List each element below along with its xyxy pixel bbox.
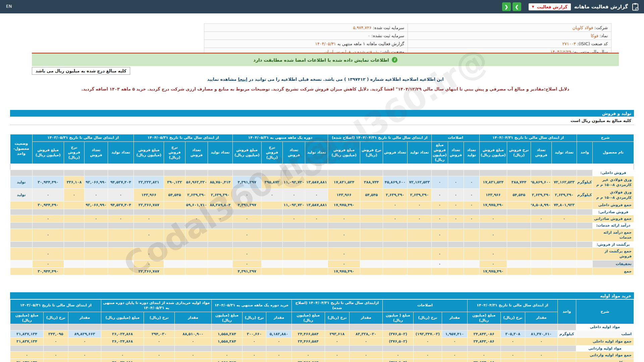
section-row-fill [531, 241, 551, 247]
table-row: ورق فولادي کارمزدي ۸-۱۵۰ م مکیلوگرم۲,۶۳۹… [10, 189, 634, 201]
value-cell [577, 201, 593, 209]
value-cell: ۰ [479, 247, 507, 260]
section-row-fill [328, 209, 360, 215]
column-header: تعداد تولید [208, 141, 233, 164]
value-cell: ۲۲,۳۶۶,۷۸۷ [134, 201, 164, 209]
value-cell [85, 268, 108, 275]
value-cell [185, 268, 208, 275]
value-cell [408, 260, 432, 267]
value-cell [557, 338, 576, 345]
value-cell: ۰ [431, 260, 448, 267]
section-row-fill [64, 209, 84, 215]
section-row-fill [577, 170, 593, 176]
value-cell [383, 260, 408, 267]
section-row-fill [164, 223, 185, 229]
value-cell [431, 268, 448, 275]
info-value: ۲۷۱۰۰۳ [562, 41, 576, 46]
value-cell: ۰ [408, 215, 432, 222]
value-cell: ۰ [144, 338, 174, 345]
value-cell: ۰ [283, 189, 305, 201]
section-row-fill [479, 241, 507, 247]
row-label-cell: جمع فروش صادراتی [593, 215, 634, 222]
value-cell: ۲,۶۳۹,۳۹۰ [408, 189, 432, 201]
correction-reasons-text: دلایل اصلاح:مقادیر و مبالغ آب مصرفي و پی… [32, 86, 619, 92]
section-row-fill [261, 241, 282, 247]
value-cell: ۱,۵۵۸,۲۸۴ [211, 330, 242, 338]
section-row-fill [283, 170, 305, 176]
value-cell [383, 268, 408, 275]
section-row-label: مواد اولیه داخلی [576, 324, 634, 330]
value-cell: ۲۴,۸۴۳,۰۸۶ [467, 330, 500, 338]
value-cell: ۰ [442, 359, 467, 362]
value-cell [108, 229, 134, 241]
section-row-fill [32, 209, 64, 215]
section-row-fill [185, 209, 208, 215]
section-row-fill [85, 223, 108, 229]
value-cell [185, 260, 208, 267]
section-row-fill [242, 324, 266, 330]
column-header: تعداد فروش [283, 141, 305, 164]
section-title-production-sales: تولید و فروش [10, 110, 634, 117]
section-row-fill [408, 241, 432, 247]
section-row-label: فروش داخلی: [593, 170, 634, 176]
value-cell: ۲۱,۸۳۷,۱۳۴ [10, 338, 44, 345]
column-header: مبلغ (میلیون ریال) [101, 312, 144, 324]
value-cell: ۱۳,۵۸۷,۸۸۱ [305, 201, 328, 209]
value-cell: ۰ [208, 215, 233, 222]
section-row-fill [325, 324, 350, 330]
value-cell [208, 229, 233, 241]
production-sales-table: شرحاز ابتدای سال مالی تا تاریخ ۱۴۰۴/۰۴/۳… [10, 134, 634, 275]
value-cell: ۰ [479, 229, 507, 241]
table-row: جمع مواد اولیه وارداتی۰۰۰۰۰۰۰۰۰۰۰۰۰۰۰۰۰۰ [10, 351, 634, 359]
section-row-fill [408, 170, 432, 176]
value-cell: ۰ [431, 229, 448, 241]
language-switch-en[interactable]: EN [6, 4, 12, 9]
section-row-fill [382, 324, 413, 330]
value-cell [164, 229, 185, 241]
value-cell: ۰ [328, 215, 360, 222]
company-info-cell: سرمایه ثبت شده:۵,۹۷۴,۷۲۶ [204, 24, 408, 32]
value-cell [164, 260, 185, 267]
value-cell [577, 229, 593, 241]
info-label: سرمایه ثبت شده: [373, 25, 404, 30]
next-report-button[interactable]: ❯ [513, 2, 521, 11]
section-row-fill [360, 223, 383, 229]
value-cell [408, 268, 432, 275]
value-cell: ۵۴,۵۴۵ [507, 189, 531, 201]
previous-notice-link[interactable]: اینجا [238, 77, 247, 82]
table-row: جمع برگشت از فروش۰۰۰۰۰۰ [10, 247, 634, 260]
value-cell: ۴,۳۹۱,۲۹۷ [232, 201, 261, 209]
column-group-header: از ابتدای سال مالی تا تاریخ ۱۴۰۴/۰۴/۳۱ [467, 300, 557, 312]
value-cell: ۰ [305, 215, 328, 222]
value-cell: ۰ [32, 215, 64, 222]
value-cell: ۰ [500, 338, 525, 345]
row-label-cell: جمع کل [576, 359, 634, 362]
value-cell: ۹۲,۰۶۶,۹۹۰ [85, 201, 108, 209]
section-row-fill [557, 345, 576, 351]
row-label-cell: جمع مواد اولیه وارداتی [576, 351, 634, 359]
value-cell [85, 247, 108, 260]
section-row-fill [383, 170, 408, 176]
value-cell [64, 247, 84, 260]
section-row-fill [134, 170, 164, 176]
column-header: تعداد فروش [85, 141, 108, 164]
value-cell: ۰ [68, 338, 101, 345]
value-cell: ۰ [350, 338, 383, 345]
value-cell: ۰ [328, 229, 360, 241]
value-cell: ۰ [44, 359, 68, 362]
value-cell: ۸۸,۵۱۰,۹۰۰ [174, 330, 211, 338]
report-type-dropdown[interactable]: گزارش فعالیت ▼ [529, 3, 571, 10]
value-cell: ۰ [464, 201, 479, 209]
value-cell [283, 229, 305, 241]
previous-report-button[interactable]: ❮ [502, 2, 511, 11]
value-cell: ۹۴,۵۲۷,۴۰۴ [108, 176, 134, 189]
section-row-fill [500, 345, 525, 351]
section-row-fill [531, 170, 551, 176]
value-cell: ۰ [134, 215, 164, 222]
column-header: تعداد فروش [185, 141, 208, 164]
section-row-fill [232, 209, 261, 215]
value-cell: ۰ [211, 351, 242, 359]
section-row-fill [261, 170, 282, 176]
value-cell: ۲۱,۸۳۷,۱۳۴ [10, 330, 44, 338]
column-header: مبلغ فروش (میلیون ریال) [134, 141, 164, 164]
